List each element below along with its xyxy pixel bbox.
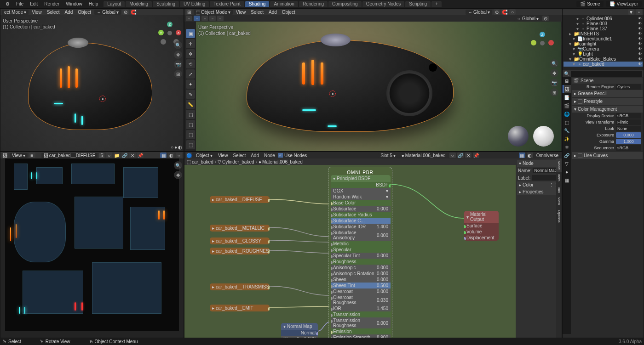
sel-tool-icon[interactable]: ▫ [186, 16, 192, 21]
prop-tab-modifier[interactable]: 🔧 [563, 126, 571, 135]
outliner-row[interactable]: ▾▫Plane.003👁 [564, 21, 643, 26]
zoom-icon[interactable]: 🔍 [174, 41, 182, 49]
menu-help[interactable]: Help [86, 1, 102, 6]
prop-tab-output[interactable]: 🖼 [563, 85, 571, 93]
menu-edit[interactable]: Edit [27, 1, 41, 6]
scale-tool[interactable]: ⤢ [186, 69, 195, 79]
move-icon[interactable]: ✥ [550, 69, 558, 77]
vtab-options[interactable]: Options [556, 208, 562, 225]
tab-compositing[interactable]: Compositing [328, 1, 362, 7]
camera-icon[interactable]: 📷 [174, 60, 182, 68]
tab-modeling[interactable]: Modeling [126, 1, 152, 7]
shading-wire-icon[interactable]: ○ [171, 145, 173, 150]
backdrop-icon[interactable]: ◐ [527, 153, 533, 158]
move-tool[interactable]: ✥ [186, 49, 195, 58]
snap-btn[interactable]: 🧲 [130, 9, 137, 15]
mat-new-icon[interactable]: ○ [449, 153, 456, 158]
color-management-section[interactable]: ▾Color Management [572, 106, 643, 113]
uv-btn2-icon[interactable]: ◐ [168, 153, 174, 158]
drag-icon[interactable]: ⊙ [542, 16, 549, 21]
editor-type-icon[interactable]: ⊞ [186, 9, 192, 15]
outliner-row[interactable]: ▾📁camlight👁 [564, 41, 643, 46]
mat-pin-icon[interactable]: 📌 [473, 153, 479, 158]
sel-tool4-icon[interactable]: ▫ [209, 16, 216, 21]
prop-tab-data[interactable]: ▽ [563, 159, 571, 168]
viewport-left-canvas[interactable] [0, 15, 184, 151]
prop-tab-material[interactable]: ● [563, 168, 571, 176]
outliner-row[interactable]: ▾📄Inneritoundle1👁 [564, 36, 643, 41]
outliner-row[interactable]: ▾📁OmniBake_Bakes👁 [564, 57, 643, 62]
node-canvas[interactable]: ▸car_baked__DIFFUSE ▸car_baked__METALLIC… [184, 165, 516, 338]
tab-geometry-nodes[interactable]: Geometry Nodes [362, 1, 405, 7]
outliner-row[interactable]: ▸📁INSERTS👁 [564, 31, 643, 36]
tab-animation[interactable]: Animation [270, 1, 298, 7]
tab-scripting[interactable]: Scripting [405, 1, 431, 7]
tab-rendering[interactable]: Rendering [299, 1, 328, 7]
viewlayer-selector[interactable]: 📑 ViewLayer [606, 1, 642, 7]
menu-object[interactable]: Object [280, 10, 297, 15]
sequencer-dropdown[interactable]: sRGB [616, 145, 641, 151]
vtab-tool[interactable]: Tool [556, 184, 562, 195]
sel-tool5-icon[interactable]: ▫ [217, 16, 224, 21]
mat-copy-icon[interactable]: 🔗 [457, 153, 464, 158]
obj-dropdown[interactable]: Object ▾ [194, 153, 215, 158]
menu-add[interactable]: Add [249, 153, 261, 158]
vtab-item[interactable]: Item [556, 172, 562, 184]
uv-pivot-icon[interactable]: ≡ [29, 153, 35, 158]
vtab-view[interactable]: View [556, 195, 562, 207]
omniverse-label[interactable]: Omniverse [535, 153, 560, 158]
pivot-btn[interactable]: ⊙ [122, 9, 129, 15]
outliner-row[interactable]: ▾▫car_baked👁 [564, 62, 643, 67]
prop-tab-world[interactable]: 🌐 [563, 110, 571, 118]
use-curves-section[interactable]: ▸Use Curves [572, 152, 643, 159]
zoom-icon[interactable]: 🔍 [174, 161, 182, 170]
image-unlink-icon[interactable]: ✕ [129, 153, 136, 158]
scene-breadcrumb[interactable]: Scene [581, 78, 593, 83]
prop-tab-viewlayer[interactable]: 📑 [563, 93, 571, 102]
move-icon[interactable]: ✥ [174, 171, 182, 179]
outliner-row[interactable]: ▾💡Light👁 [564, 51, 643, 57]
shading-solid-icon[interactable]: ● [174, 145, 177, 150]
proportional-icon[interactable]: ○ [509, 9, 516, 15]
menu-add[interactable]: Add [63, 10, 75, 15]
shader-node-editor[interactable]: 🔵 Object ▾ View Select Add Node ✓ Use No… [184, 152, 562, 338]
viewport-3d-left[interactable]: ect Mode ▾ View Select Add Object ↔ Glob… [0, 8, 184, 152]
outliner-new-icon[interactable]: ▫ [636, 9, 642, 15]
zoom-icon[interactable]: 🔍 [550, 59, 558, 68]
prop-tab-render[interactable]: 🖥 [563, 77, 571, 85]
orientation-dropdown[interactable]: ↔ Global ▾ [94, 10, 121, 15]
gamma-value[interactable]: 1.000 [616, 139, 641, 144]
use-curves-checkbox[interactable] [578, 153, 582, 158]
uv-canvas[interactable] [5, 158, 179, 331]
tex-node-glossy[interactable]: ▸car_baked__GLOSSY [210, 238, 270, 244]
perspective-icon[interactable]: ⊞ [550, 88, 558, 96]
sel-tool3-icon[interactable]: ▫ [201, 16, 208, 21]
freestyle-section[interactable]: ▸Freestyle [572, 98, 643, 105]
add-cube-tool[interactable]: ⬚ [186, 110, 195, 119]
tab-add[interactable]: + [431, 1, 442, 7]
crumb-mesh[interactable]: ▽ Cylinder_baked [218, 159, 254, 164]
tab-layout[interactable]: Layout [104, 1, 125, 7]
outliner-filter-icon[interactable]: ▼ [628, 9, 634, 15]
mode-dropdown[interactable]: ect Mode ▾ [2, 10, 29, 15]
tab-shading[interactable]: Shading [245, 1, 270, 7]
misc-tool-1[interactable]: ⬚ [186, 120, 195, 129]
uv-image-editor[interactable]: 🖼 View ▾ ≡ 🖼 car_baked__DIFFUSE 5 ○ 📁 🔗 … [0, 152, 184, 338]
outliner[interactable]: ▾▫Cylinder.006👁▾▫Plane.003👁▾▫Plane.137👁▸… [563, 15, 644, 70]
shading-rendered-icon[interactable]: ◐ [178, 145, 182, 150]
color-section-header[interactable]: ▸Color⋮⋮ [517, 181, 560, 188]
menu-view[interactable]: View [30, 10, 44, 15]
image-btn3-icon[interactable]: 🔗 [121, 153, 128, 158]
exposure-value[interactable]: 0.000 [616, 132, 641, 138]
look-dropdown[interactable]: None [616, 126, 641, 131]
uv-view-menu[interactable]: View ▾ [10, 153, 28, 158]
principled-bsdf-node[interactable]: ▾Principled BSDF BSDF GGX▾ Random Walk▾ … [331, 175, 391, 338]
use-nodes-checkbox[interactable]: ✓ [278, 153, 283, 158]
image-selector[interactable]: 🖼 car_baked__DIFFUSE [41, 153, 98, 158]
tex-node-diffuse[interactable]: ▸car_baked__DIFFUSE [210, 196, 270, 203]
menu-select[interactable]: Select [231, 153, 247, 158]
tex-node-transmission[interactable]: ▸car_baked__TRANSMISSION [210, 283, 270, 290]
image-users[interactable]: 5 [99, 153, 104, 158]
crumb-material[interactable]: ● Material.006_baked [259, 159, 303, 164]
menu-object[interactable]: Object [76, 10, 93, 15]
